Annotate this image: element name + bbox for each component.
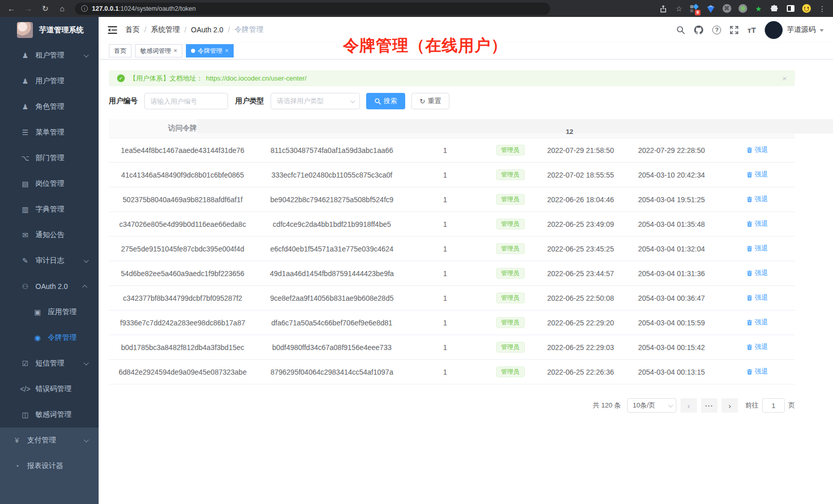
profile-emoji-icon[interactable]	[802, 4, 811, 13]
cell-created-time: 2022-06-25 23:49:09	[538, 220, 623, 228]
cell-refresh-token: be90422b8c7946218275a508bf524fc9	[256, 196, 407, 204]
tab-item[interactable]: 敏感词管理×	[135, 44, 182, 57]
force-logout-label: 强退	[754, 318, 768, 327]
browser-reload-icon[interactable]: ↻	[40, 4, 51, 13]
breadcrumb-separator: /	[184, 26, 186, 34]
search-icon[interactable]	[676, 26, 685, 34]
address-bar[interactable]: i 127.0.0.1:1024/system/oauth2/token	[75, 3, 550, 15]
sidebar-item-audit-log[interactable]: ✎审计日志	[0, 248, 99, 274]
breadcrumb-item[interactable]: OAuth 2.0	[191, 26, 223, 34]
tab-active[interactable]: 令牌管理×	[186, 44, 234, 57]
app-logo: 芋道管理系统	[0, 17, 99, 43]
tab-item[interactable]: 首页	[109, 44, 131, 57]
sidebar-item-report-designer[interactable]: ◔报表设计器	[0, 453, 99, 479]
cell-access-token: 1ea5e44f8bc1467aaede43144f31de76	[109, 146, 256, 154]
user-type-select[interactable]: 请选择用户类型	[271, 93, 360, 109]
sidebar-item-error-code[interactable]: </>错误码管理	[0, 376, 99, 402]
bookmark-star-icon[interactable]: ☆	[674, 4, 684, 13]
sidebar-item-department[interactable]: ⌥部门管理	[0, 145, 99, 171]
force-logout-button[interactable]: 强退	[746, 195, 768, 204]
site-info-icon[interactable]: i	[81, 5, 88, 12]
cell-expire-time: 2054-03-04 01:31:36	[623, 269, 720, 278]
user-profile-menu[interactable]: 芋道源码	[765, 21, 824, 39]
tab-close-icon[interactable]: ×	[174, 47, 177, 54]
table-row: c342377bf8b344799dcbf7bf095287f29ce8ef2a…	[109, 286, 795, 311]
sidebar-item-role[interactable]: ♟角色管理	[0, 94, 99, 120]
force-logout-button[interactable]: 强退	[746, 342, 768, 352]
table-row: 275e5de9151045fe87cbdc395e004f4de6cfd40e…	[109, 237, 795, 261]
extension-gem-icon[interactable]	[706, 4, 715, 13]
share-icon[interactable]	[658, 4, 668, 13]
extension-command-icon[interactable]: ⌘	[722, 4, 731, 13]
force-logout-label: 强退	[754, 342, 768, 352]
sidebar-item-application[interactable]: ▣应用管理	[0, 299, 99, 325]
cell-expire-time: 2054-03-04 01:32:04	[623, 245, 720, 253]
previous-page-button[interactable]: ‹	[680, 398, 697, 413]
force-logout-button[interactable]: 强退	[746, 293, 768, 302]
search-button[interactable]: 搜索	[366, 93, 405, 109]
browser-forward-icon[interactable]: →	[23, 4, 34, 13]
notice-icon: ✉	[20, 231, 31, 239]
sidebar-item-token[interactable]: ◉令牌管理	[0, 325, 99, 351]
sidebar-item-dictionary[interactable]: ▥字典管理	[0, 197, 99, 222]
sidebar-item-user[interactable]: ♟用户管理	[0, 68, 99, 94]
browser-menu-icon[interactable]: ⋮	[818, 4, 827, 13]
breadcrumb-item[interactable]: 首页	[125, 25, 140, 34]
sidebar-item-post[interactable]: ▤岗位管理	[0, 171, 99, 197]
profile-name: 芋道源码	[787, 25, 816, 34]
sidebar-item-menu-tree[interactable]: ☰菜单管理	[0, 120, 99, 145]
tab-close-icon[interactable]: ×	[225, 47, 229, 54]
breadcrumb-item[interactable]: 系统管理	[151, 25, 180, 34]
extension-record-icon[interactable]	[738, 4, 747, 13]
reset-button[interactable]: ↻ 重置	[411, 93, 449, 109]
trash-icon	[746, 319, 753, 326]
cell-access-token: 6d842e2924594de9a09e45e087323abe	[109, 368, 256, 376]
page-size-select[interactable]: 10条/页	[627, 398, 676, 413]
cell-refresh-token: 49d1aa46d1454fbd87591444423be9fa	[256, 269, 407, 278]
browser-home-icon[interactable]: ⌂	[56, 4, 68, 13]
force-logout-button[interactable]: 强退	[746, 268, 768, 278]
menu-tree-icon: ☰	[20, 128, 31, 137]
sidebar-item-tenant[interactable]: ♟租户管理	[0, 43, 99, 68]
more-pages-button[interactable]: ···	[701, 398, 717, 413]
sidebar-item-notice[interactable]: ✉通知公告	[0, 222, 99, 248]
cell-user-type: 管理员	[483, 243, 538, 254]
side-panel-icon[interactable]	[786, 4, 795, 13]
sidebar-item-payment[interactable]: ¥支付管理	[0, 428, 99, 453]
sidebar-toggle-icon[interactable]	[108, 26, 117, 34]
table-row: 6d842e2924594de9a09e45e087323abe8796295f…	[109, 360, 795, 384]
table-row: 41c41346a548490f9dc8b01c6bfe0865333ecfc7…	[109, 163, 795, 187]
sidebar-item-oauth[interactable]: ⚇OAuth 2.0	[0, 274, 99, 299]
cell-actions: 强退	[720, 244, 795, 254]
page-button-12[interactable]: 12	[197, 119, 833, 133]
alert-doc-link[interactable]: https://doc.iocoder.cn/user-center/	[206, 74, 307, 82]
force-logout-button[interactable]: 强退	[746, 145, 768, 154]
cell-refresh-token: 9ce8ef2aa9f14056b831ae9b608e28d5	[256, 294, 407, 302]
cell-refresh-token: dfa6c71a50a54c66bef706ef9e6e8d81	[256, 319, 407, 327]
force-logout-button[interactable]: 强退	[746, 244, 768, 253]
force-logout-button[interactable]: 强退	[746, 318, 768, 327]
sidebar-item-label: OAuth 2.0	[35, 282, 68, 290]
alert-close-icon[interactable]: ×	[782, 74, 787, 83]
user-id-input[interactable]	[144, 93, 228, 109]
extension-diamond-icon[interactable]: 9	[690, 4, 699, 13]
page-jump-input[interactable]	[762, 398, 785, 413]
cell-actions: 强退	[720, 318, 795, 327]
browser-back-icon[interactable]: ←	[6, 4, 17, 13]
github-icon[interactable]	[694, 25, 704, 35]
user-type-badge: 管理员	[496, 194, 525, 205]
font-size-icon[interactable]: ᴛT	[747, 26, 756, 34]
sidebar-item-label: 菜单管理	[35, 128, 64, 137]
sidebar-item-sensitive-word[interactable]: ◫敏感词管理	[0, 402, 99, 428]
extension-star-icon[interactable]: ★	[754, 4, 763, 13]
help-icon[interactable]: ?	[712, 26, 721, 34]
cell-actions: 强退	[720, 195, 795, 204]
next-page-button[interactable]: ›	[722, 398, 738, 413]
force-logout-button[interactable]: 强退	[746, 170, 768, 179]
force-logout-button[interactable]: 强退	[746, 219, 768, 228]
force-logout-button[interactable]: 强退	[746, 367, 768, 376]
cell-created-time: 2022-06-25 22:50:08	[538, 294, 623, 302]
sidebar-item-sms[interactable]: ☑短信管理	[0, 351, 99, 376]
extensions-puzzle-icon[interactable]	[770, 4, 779, 13]
fullscreen-icon[interactable]	[730, 26, 739, 34]
